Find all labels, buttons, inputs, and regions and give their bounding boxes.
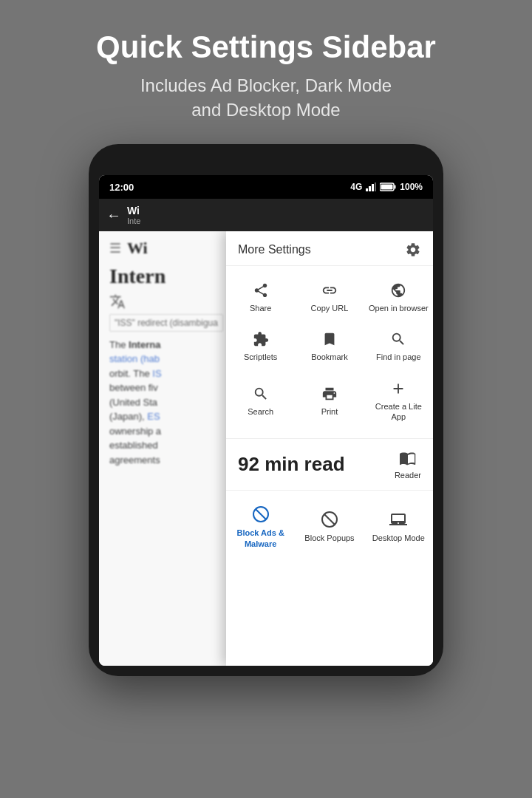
phone-screen: 12:00 4G 100% [99,175,433,666]
print-menu-item[interactable]: Print [295,372,364,432]
menu-header: More Settings [226,231,433,266]
add-icon [390,381,406,397]
status-icons: 4G 100% [350,182,423,192]
block-popups-icon [321,511,338,528]
network-indicator: 4G [350,182,362,192]
reading-time: 92 min read [238,453,345,476]
search-label: Search [248,406,273,417]
reader-label: Reader [395,471,421,480]
block-popups-label: Block Popups [304,533,354,543]
block-popups-menu-item[interactable]: Block Popups [295,498,364,556]
desktop-icon [389,511,407,528]
scriptlets-menu-item[interactable]: Scriptlets [226,322,295,371]
svg-line-8 [256,509,266,519]
find-icon [390,331,406,347]
svg-rect-0 [366,188,368,191]
block-ads-menu-item[interactable]: Block Ads & Malware [226,498,295,556]
create-lite-app-label: Create a Lite App [369,401,429,423]
svg-rect-6 [381,185,393,190]
back-button[interactable]: ← [106,207,121,224]
phone-mockup: 12:00 4G 100% [89,144,443,676]
reading-time-row: 92 min read Reader [226,439,433,491]
scriptlets-icon [253,331,269,347]
svg-line-10 [324,514,335,525]
phone-body: 12:00 4G 100% [89,144,443,676]
status-bar: 12:00 4G 100% [99,175,433,199]
copy-url-menu-item[interactable]: Copy URL [295,273,364,322]
bookmark-label: Bookmark [311,352,348,362]
page-title: Quick Settings Sidebar [96,30,436,65]
web-content: ☰ Wi Intern "ISS" redirect (disambigua T… [99,231,433,666]
find-in-page-menu-item[interactable]: Find in page [364,322,433,371]
find-in-page-label: Find in page [376,352,421,362]
svg-rect-1 [369,186,371,191]
page-subtitle: Includes Ad Blocker, Dark Mode and Deskt… [96,74,436,122]
svg-rect-2 [372,184,374,191]
share-label: Share [250,303,271,313]
block-ads-icon [252,505,270,523]
hamburger-icon: ☰ [109,240,121,256]
svg-rect-3 [375,183,376,191]
menu-grid: Share Copy URL [226,266,433,439]
settings-gear-icon[interactable] [405,242,421,258]
print-label: Print [321,406,338,417]
link-icon [321,282,338,299]
status-time: 12:00 [109,182,134,193]
scriptlets-label: Scriptlets [244,352,277,362]
copy-url-label: Copy URL [311,303,349,313]
open-in-browser-menu-item[interactable]: Open in browser [364,273,433,322]
share-icon [253,282,269,299]
open-browser-label: Open in browser [369,303,429,313]
open-browser-icon [390,282,406,299]
reader-icon [399,449,417,467]
page-tab-title: Wi [127,205,140,216]
desktop-mode-menu-item[interactable]: Desktop Mode [364,498,433,556]
search-menu-item[interactable]: Search [226,372,295,432]
bottom-menu-grid: Block Ads & Malware Block Popups [226,491,433,564]
create-lite-app-menu-item[interactable]: Create a Lite App [364,372,433,432]
desktop-mode-label: Desktop Mode [372,533,425,543]
battery-icon [380,183,396,191]
signal-icon [366,183,376,191]
redirect-note: "ISS" redirect (disambigua [109,314,223,332]
battery-percent: 100% [400,182,423,192]
menu-title: More Settings [238,243,311,256]
context-menu: More Settings Share [226,231,433,666]
url-info: Wi Inte [127,205,140,225]
reader-menu-item[interactable]: Reader [395,449,421,480]
bookmark-icon [321,331,338,347]
search-icon [253,386,269,402]
block-ads-label: Block Ads & Malware [231,528,290,549]
browser-bar: ← Wi Inte [99,199,433,231]
print-icon [321,386,338,402]
wiki-logo: Wi [127,239,148,258]
page-url: Inte [127,216,140,225]
bookmark-menu-item[interactable]: Bookmark [295,322,364,371]
svg-rect-5 [395,185,396,189]
share-menu-item[interactable]: Share [226,273,295,322]
